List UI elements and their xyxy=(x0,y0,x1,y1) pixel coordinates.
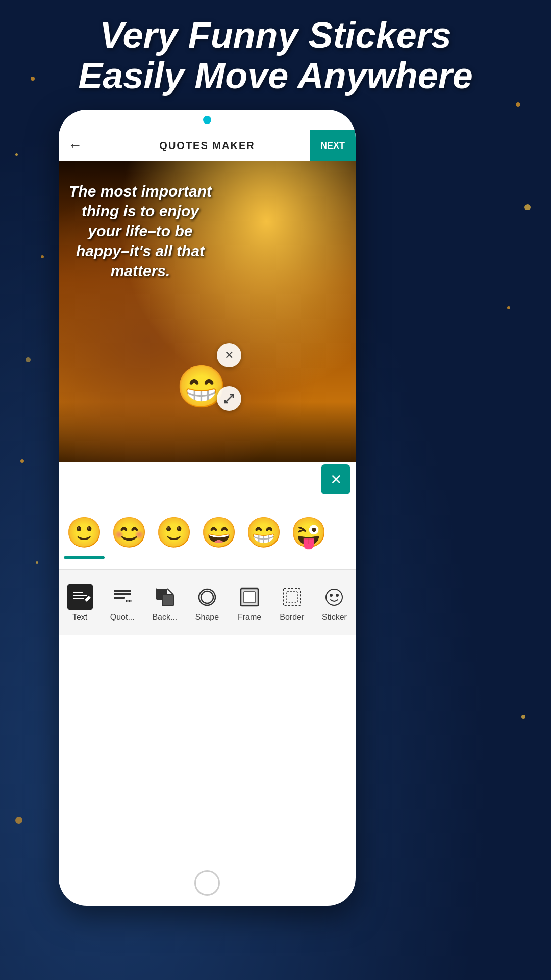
sparkle xyxy=(20,459,24,463)
emoji-item-6[interactable]: 😜 xyxy=(288,512,329,553)
shape-icon xyxy=(194,584,220,610)
svg-point-23 xyxy=(336,594,338,596)
next-button[interactable]: NEXT xyxy=(310,130,356,161)
sparkle xyxy=(36,561,38,564)
frame-icon xyxy=(236,584,263,610)
page-title: Very Funny Stickers Easily Move Anywhere xyxy=(0,15,551,96)
toolbar-border[interactable]: Border xyxy=(271,584,312,622)
sparkle xyxy=(521,715,525,719)
emoji-item-1[interactable]: 🙂 xyxy=(64,512,105,553)
background-icon xyxy=(152,584,178,610)
app-title: QUOTES MAKER xyxy=(159,140,255,152)
back-button[interactable]: ← xyxy=(68,137,82,154)
emoji-item-2[interactable]: 😊 xyxy=(109,512,149,553)
svg-rect-19 xyxy=(283,589,300,606)
svg-rect-20 xyxy=(286,592,297,603)
emoji-grid: 🙂 😊 🙂 😄 😁 😜 xyxy=(59,508,356,557)
svg-rect-18 xyxy=(244,592,255,603)
svg-point-16 xyxy=(201,591,213,603)
sparkle xyxy=(524,204,531,210)
panel-close-button[interactable]: ✕ xyxy=(321,464,350,494)
svg-rect-3 xyxy=(73,595,87,596)
sparkle xyxy=(15,817,22,824)
sticker-close-button[interactable]: ✕ xyxy=(217,343,241,368)
emoji-item-5[interactable]: 😁 xyxy=(243,512,284,553)
text-icon xyxy=(67,584,93,610)
svg-point-21 xyxy=(326,589,342,605)
quote-label: Quot... xyxy=(110,612,135,622)
toolbar-frame[interactable]: Frame xyxy=(229,584,270,622)
text-label: Text xyxy=(72,612,87,622)
sparkle xyxy=(15,153,18,156)
border-icon xyxy=(279,584,305,610)
quote-text: The most important thing is to enjoy you… xyxy=(69,181,212,281)
toolbar-background[interactable]: Back... xyxy=(144,584,185,622)
scroll-indicator xyxy=(64,556,105,559)
bottom-toolbar: Text " " Quot... xyxy=(59,569,356,635)
sticker-resize-handle[interactable] xyxy=(217,386,241,411)
background-label: Back... xyxy=(152,612,177,622)
sparkle xyxy=(516,102,520,107)
svg-rect-12 xyxy=(162,595,173,606)
svg-rect-6 xyxy=(114,590,131,592)
border-label: Border xyxy=(280,612,304,622)
svg-point-22 xyxy=(330,594,332,596)
phone-camera xyxy=(203,116,211,124)
toolbar-text[interactable]: Text xyxy=(60,584,101,622)
svg-rect-7 xyxy=(114,593,131,595)
phone-mockup: ← QUOTES MAKER NEXT The most important t… xyxy=(59,110,356,906)
shape-label: Shape xyxy=(195,612,219,622)
phone-home-button[interactable] xyxy=(194,870,220,896)
sparkle xyxy=(26,357,31,362)
emoji-item-4[interactable]: 😄 xyxy=(198,512,239,553)
svg-text:": " xyxy=(128,599,132,607)
emoji-item-3[interactable]: 🙂 xyxy=(154,512,194,553)
toolbar-shape[interactable]: Shape xyxy=(187,584,228,622)
svg-line-0 xyxy=(225,395,233,403)
app-header: ← QUOTES MAKER NEXT xyxy=(59,130,356,161)
svg-rect-4 xyxy=(73,598,84,599)
svg-line-14 xyxy=(167,589,173,595)
sparkle xyxy=(41,255,44,258)
sparkle xyxy=(507,306,510,309)
toolbar-sticker[interactable]: Sticker xyxy=(314,584,355,622)
image-canvas[interactable]: The most important thing is to enjoy you… xyxy=(59,161,356,462)
toolbar-quote[interactable]: " " Quot... xyxy=(102,584,143,622)
quote-icon: " " xyxy=(109,584,136,610)
frame-label: Frame xyxy=(238,612,261,622)
svg-rect-8 xyxy=(114,597,125,599)
sticker-icon xyxy=(321,584,347,610)
sticker-label: Sticker xyxy=(322,612,347,622)
svg-rect-2 xyxy=(73,592,83,593)
